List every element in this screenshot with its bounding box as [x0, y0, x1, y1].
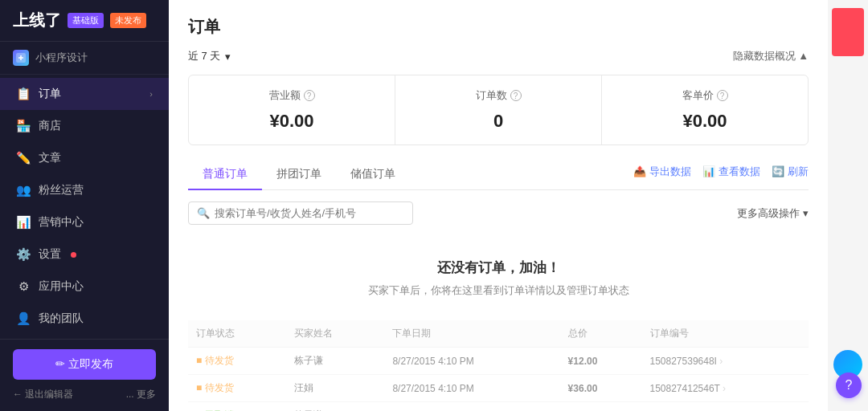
cell-amount: ¥72.00 [560, 402, 642, 412]
sidebar-item-marketing[interactable]: 📊 营销中心 [0, 206, 169, 238]
advanced-ops-button[interactable]: 更多高级操作 ▾ [737, 206, 809, 221]
sidebar-item-shop[interactable]: 🏪 商店 [0, 110, 169, 142]
fans-icon: 👥 [16, 183, 31, 197]
col-header-status: 订单状态 [188, 320, 286, 348]
exit-editor-link[interactable]: ← 退出编辑器 [13, 388, 73, 401]
search-row: 🔍 更多高级操作 ▾ [188, 201, 809, 225]
badge-basic: 基础版 [68, 13, 104, 28]
chart-icon: 📊 [702, 165, 715, 177]
stat-value-revenue: ¥0.00 [205, 111, 379, 132]
cell-date: 8/27/2015 4:10 PM [384, 348, 559, 375]
sidebar-item-fans[interactable]: 👥 粉丝运营 [0, 174, 169, 206]
cell-amount: ¥36.00 [560, 375, 642, 402]
table-row[interactable]: ■ 已取消 栋子谦 8/27/2015 4:09 PM ¥72.00 15082… [188, 402, 809, 412]
search-icon: 🔍 [197, 207, 210, 219]
shop-icon: 🏪 [16, 119, 31, 133]
tab-group-order[interactable]: 拼团订单 [262, 160, 336, 190]
orders-table: 订单状态 买家姓名 下单日期 总价 订单编号 ■ 待发货 栋子谦 8/27/20… [188, 320, 809, 411]
sidebar-item-label: 粉丝运营 [39, 183, 84, 197]
program-icon [13, 50, 29, 66]
stat-card-revenue: 营业额 ? ¥0.00 [189, 75, 395, 144]
main-content: 订单 近 7 天 ▾ 隐藏数据概况 ▲ 营业额 ? ¥0.00 订单数 ? 0 … [169, 0, 828, 411]
stat-card-orders: 订单数 ? 0 [395, 75, 602, 144]
stat-label-orders: 订单数 ? [411, 88, 585, 103]
search-box[interactable]: 🔍 [188, 201, 413, 225]
marketing-icon: 📊 [16, 215, 31, 230]
sidebar-header: 上线了 基础版 未发布 [0, 0, 169, 42]
tabs-row: 普通订单 拼团订单 储值订单 📤 导出数据 📊 查看数据 🔄 刷新 [188, 160, 809, 190]
table-row[interactable]: ■ 待发货 汪娟 8/27/2015 4:10 PM ¥36.00 150827… [188, 375, 809, 402]
app-logo: 上线了 [13, 10, 61, 31]
cell-orderno: 150827539648I › [642, 348, 809, 375]
tab-normal-order[interactable]: 普通订单 [188, 160, 262, 190]
col-header-orderno: 订单编号 [642, 320, 809, 348]
cell-status: ■ 待发货 [188, 375, 286, 402]
cell-date: 8/27/2015 4:09 PM [384, 402, 559, 412]
cell-status: ■ 已取消 [188, 402, 286, 412]
sidebar-item-settings[interactable]: ⚙️ 设置 [0, 238, 169, 271]
view-data-button[interactable]: 📊 查看数据 [702, 165, 760, 179]
sidebar-item-label: 我的团队 [39, 311, 84, 326]
sidebar-item-apps[interactable]: ⚙ 应用中心 [0, 271, 169, 303]
help-icon-revenue[interactable]: ? [304, 90, 315, 101]
sidebar-item-label: 应用中心 [39, 279, 84, 294]
badge-unpublished: 未发布 [110, 13, 146, 28]
stat-label-revenue: 营业额 ? [205, 88, 379, 103]
tab-prepaid-order[interactable]: 储值订单 [336, 160, 410, 190]
cell-buyer: 栋子谦 [286, 402, 384, 412]
row-arrow-icon: › [723, 383, 726, 394]
sidebar: 上线了 基础版 未发布 小程序设计 📋 订单 › 🏪 商店 ✏️ 文章 👥 粉丝… [0, 0, 169, 411]
cell-buyer: 汪娟 [286, 375, 384, 402]
help-icon-avg[interactable]: ? [717, 90, 728, 101]
sidebar-item-label: 订单 [39, 87, 61, 101]
footer-links: ← 退出编辑器 ... 更多 [13, 388, 156, 401]
page-title: 订单 [188, 16, 809, 38]
empty-state: 还没有订单，加油！ 买家下单后，你将在这里看到订单详情以及管理订单状态 [188, 239, 809, 312]
sidebar-footer: ✏ 立即发布 ← 退出编辑器 ... 更多 [0, 339, 169, 411]
team-icon: 👤 [16, 311, 31, 326]
sidebar-item-label: 文章 [39, 151, 61, 165]
help-fab-button[interactable]: ? [836, 372, 862, 398]
cell-date: 8/27/2015 4:10 PM [384, 375, 559, 402]
table-row[interactable]: ■ 待发货 栋子谦 8/27/2015 4:10 PM ¥12.00 15082… [188, 348, 809, 375]
help-icon-orders[interactable]: ? [510, 90, 522, 101]
cell-amount: ¥12.00 [560, 348, 642, 375]
sidebar-item-order[interactable]: 📋 订单 › [0, 78, 169, 110]
sidebar-item-article[interactable]: ✏️ 文章 [0, 142, 169, 174]
date-filter-label: 近 7 天 [188, 49, 220, 63]
stat-card-avg: 客单价 ? ¥0.00 [602, 75, 808, 144]
sidebar-item-team[interactable]: 👤 我的团队 [0, 303, 169, 335]
order-tabs: 普通订单 拼团订单 储值订单 [188, 160, 410, 189]
refresh-icon: 🔄 [772, 165, 784, 177]
cell-buyer: 栋子谦 [286, 348, 384, 375]
article-icon: ✏️ [16, 151, 31, 165]
dropdown-arrow-icon: ▾ [225, 51, 231, 63]
col-header-amount: 总价 [560, 320, 642, 348]
stats-row: 营业额 ? ¥0.00 订单数 ? 0 客单价 ? ¥0.00 [188, 75, 809, 145]
export-data-button[interactable]: 📤 导出数据 [633, 165, 691, 179]
sidebar-item-label: 商店 [39, 119, 61, 133]
chevron-icon: › [149, 89, 153, 99]
right-panel: ? [828, 0, 868, 411]
more-link[interactable]: ... 更多 [126, 388, 156, 401]
date-filter[interactable]: 近 7 天 ▾ [188, 49, 231, 63]
apps-icon: ⚙ [16, 279, 31, 294]
refresh-button[interactable]: 🔄 刷新 [772, 165, 809, 179]
empty-desc: 买家下单后，你将在这里看到订单详情以及管理订单状态 [188, 283, 809, 298]
order-icon: 📋 [16, 87, 31, 101]
sidebar-program[interactable]: 小程序设计 [0, 42, 169, 75]
right-panel-accent [832, 8, 864, 56]
data-overview-toggle[interactable]: 隐藏数据概况 ▲ [733, 49, 809, 63]
tab-actions: 📤 导出数据 📊 查看数据 🔄 刷新 [633, 165, 809, 185]
col-header-date: 下单日期 [384, 320, 559, 348]
row-arrow-icon: › [719, 356, 723, 367]
sidebar-nav: 📋 订单 › 🏪 商店 ✏️ 文章 👥 粉丝运营 📊 营销中心 ⚙️ 设置 ⚙ … [0, 75, 169, 339]
cell-status: ■ 待发货 [188, 348, 286, 375]
col-header-buyer: 买家姓名 [286, 320, 384, 348]
publish-button[interactable]: ✏ 立即发布 [13, 349, 156, 380]
search-input[interactable] [215, 207, 404, 219]
cell-orderno: 150827776962S › [642, 402, 809, 412]
cell-orderno: 150827412546T › [642, 375, 809, 402]
sidebar-item-label: 设置 [39, 247, 61, 262]
sidebar-item-label: 营销中心 [39, 215, 84, 230]
